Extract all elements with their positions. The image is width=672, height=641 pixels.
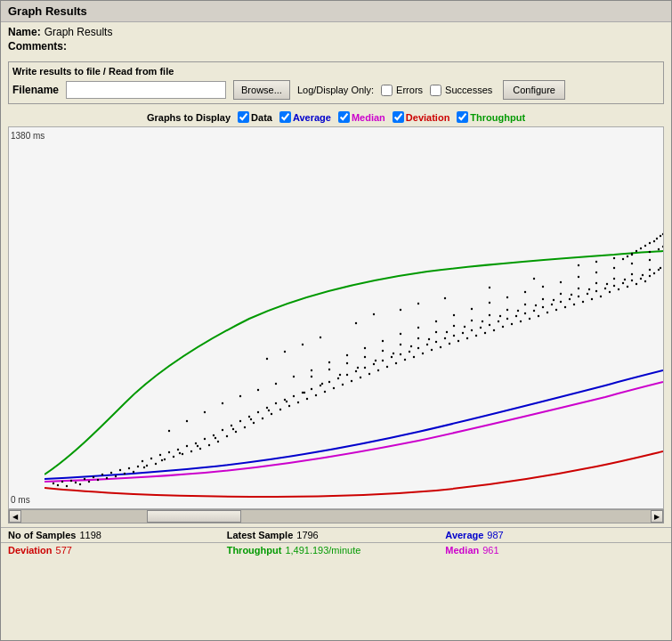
throughput-checkbox[interactable] — [457, 111, 468, 123]
svg-point-144 — [250, 418, 252, 420]
median-label: Median — [445, 545, 479, 556]
svg-point-217 — [649, 251, 651, 253]
svg-point-77 — [391, 356, 393, 358]
svg-point-74 — [377, 369, 379, 371]
svg-point-226 — [373, 313, 375, 315]
svg-point-242 — [656, 238, 658, 239]
svg-point-122 — [591, 298, 593, 300]
svg-point-201 — [453, 314, 455, 316]
scroll-track[interactable] — [21, 510, 651, 523]
svg-point-170 — [346, 362, 348, 364]
svg-point-173 — [400, 344, 401, 345]
scroll-left-button[interactable]: ◀ — [9, 510, 21, 523]
svg-point-127 — [613, 285, 615, 287]
svg-point-166 — [642, 274, 644, 276]
samples-group: No of Samples 1198 — [8, 530, 227, 540]
svg-point-146 — [286, 401, 287, 402]
svg-point-183 — [578, 288, 579, 289]
svg-point-17 — [124, 473, 125, 475]
successes-checkbox[interactable] — [430, 85, 441, 96]
svg-point-111 — [542, 306, 544, 308]
successes-label: Successes — [445, 85, 492, 95]
deviation-check-group: Deviation — [393, 111, 450, 123]
median-check-group: Median — [338, 111, 385, 123]
browse-button[interactable]: Browse... — [233, 80, 290, 100]
svg-point-35 — [204, 438, 206, 440]
svg-point-34 — [199, 448, 201, 450]
svg-point-26 — [164, 458, 166, 460]
svg-point-40 — [226, 435, 228, 437]
errors-label: Errors — [396, 85, 423, 95]
svg-point-225 — [417, 303, 419, 304]
svg-point-102 — [502, 326, 504, 328]
filename-input[interactable] — [66, 81, 226, 99]
svg-point-209 — [595, 272, 597, 273]
svg-point-204 — [506, 296, 508, 298]
svg-point-86 — [431, 349, 433, 351]
svg-point-133 — [640, 278, 642, 280]
svg-point-75 — [382, 360, 384, 361]
svg-point-5 — [70, 480, 72, 482]
svg-point-76 — [386, 366, 388, 368]
throughput-label: Throughput — [227, 545, 282, 556]
deviation-checkbox[interactable] — [393, 111, 404, 123]
svg-point-191 — [275, 383, 277, 385]
average-label: Average — [445, 530, 483, 540]
svg-point-88 — [440, 346, 441, 348]
svg-point-224 — [533, 278, 535, 280]
svg-point-218 — [658, 248, 660, 250]
horizontal-scrollbar[interactable]: ◀ ▶ — [8, 509, 664, 523]
svg-point-51 — [275, 402, 277, 404]
deviation-value: 577 — [56, 545, 72, 556]
svg-point-148 — [321, 383, 323, 385]
svg-point-137 — [658, 269, 660, 271]
svg-point-172 — [382, 350, 384, 352]
name-label: Name: — [8, 26, 41, 38]
svg-point-93 — [462, 332, 464, 334]
average-label: Average — [293, 112, 331, 123]
configure-button[interactable]: Configure — [503, 80, 565, 100]
data-checkbox[interactable] — [238, 111, 249, 123]
svg-point-64 — [333, 387, 335, 389]
stats-bar-2: Deviation 577 Throughput 1,491.193/minut… — [1, 542, 671, 557]
svg-point-62 — [324, 391, 326, 393]
svg-point-132 — [636, 283, 637, 285]
svg-point-98 — [484, 332, 486, 334]
average-group: Average 987 — [445, 530, 664, 540]
svg-point-48 — [262, 418, 263, 419]
svg-point-155 — [446, 331, 448, 333]
svg-point-18 — [128, 467, 130, 469]
errors-checkbox[interactable] — [381, 85, 393, 96]
svg-point-143 — [232, 428, 234, 430]
scroll-thumb[interactable] — [147, 510, 241, 523]
svg-point-95 — [471, 329, 473, 331]
svg-point-234 — [622, 258, 624, 260]
svg-point-214 — [595, 261, 597, 263]
svg-point-126 — [609, 291, 611, 293]
svg-point-156 — [464, 326, 466, 328]
svg-point-147 — [304, 392, 305, 394]
median-checkbox[interactable] — [338, 111, 350, 123]
svg-point-160 — [535, 304, 537, 306]
title-bar: Graph Results — [1, 1, 671, 22]
svg-point-37 — [213, 434, 215, 436]
svg-point-49 — [266, 407, 268, 409]
svg-point-12 — [101, 474, 103, 475]
average-checkbox[interactable] — [279, 111, 291, 123]
svg-point-15 — [115, 475, 117, 477]
svg-point-70 — [360, 377, 361, 378]
deviation-label: Deviation — [406, 112, 450, 123]
svg-point-239 — [644, 245, 646, 247]
svg-point-130 — [627, 286, 628, 288]
svg-point-140 — [179, 452, 181, 454]
latest-sample-value: 1796 — [296, 530, 318, 540]
svg-point-238 — [640, 247, 642, 249]
svg-point-189 — [239, 395, 241, 397]
svg-point-31 — [186, 445, 188, 447]
scroll-right-button[interactable]: ▶ — [651, 510, 663, 523]
svg-point-69 — [355, 370, 357, 372]
data-check-group: Data — [238, 111, 272, 123]
svg-point-205 — [524, 291, 526, 293]
svg-point-120 — [582, 301, 584, 303]
main-window: Graph Results Name: Graph Results Commen… — [0, 0, 672, 641]
